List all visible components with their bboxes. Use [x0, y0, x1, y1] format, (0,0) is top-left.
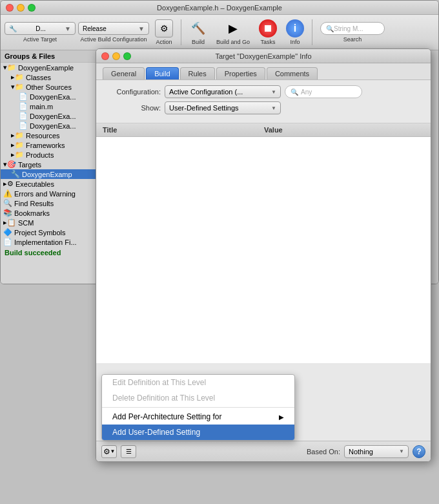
- chevron-down-icon: ▼: [65, 25, 71, 32]
- chevron-down-icon: ▼: [271, 105, 276, 111]
- file-icon: 📄: [19, 102, 28, 110]
- info-maximize-button[interactable]: [123, 52, 131, 60]
- menu-item-label: Add User-Defined Setting: [112, 428, 200, 437]
- search-icon: 🔍: [326, 25, 334, 32]
- menu-separator: [102, 407, 294, 408]
- search-input[interactable]: 🔍 String M...: [320, 22, 385, 35]
- tab-properties[interactable]: Properties: [216, 67, 265, 79]
- config-value: Active Configuration (...: [169, 88, 243, 96]
- based-on-label: Based On:: [307, 448, 340, 456]
- folder-icon: ▸📁: [11, 151, 24, 159]
- folder-icon: ▾📁: [3, 63, 16, 72]
- search-label: Search: [343, 36, 362, 43]
- folder-icon: ▸📁: [11, 141, 24, 149]
- info-close-button[interactable]: [101, 52, 109, 60]
- sidebar-item-project-symbols[interactable]: 🔷 Project Symbols: [1, 227, 97, 237]
- action-button[interactable]: ⚙ Action: [152, 17, 176, 47]
- tab-rules[interactable]: Rules: [180, 67, 215, 79]
- build-config-value: Release: [83, 25, 107, 32]
- tab-general[interactable]: General: [103, 67, 145, 79]
- tab-comments[interactable]: Comments: [267, 67, 318, 79]
- sidebar-item-other-sources[interactable]: ▾📁 Other Sources: [1, 82, 97, 92]
- build-status: Build succeeded: [1, 247, 97, 258]
- search-icon: 🔍: [3, 199, 12, 207]
- config-row: Configuration: Active Configuration (...…: [103, 85, 424, 98]
- settings-gear-button[interactable]: ⚙ ▼: [101, 445, 117, 458]
- sidebar-item-file2[interactable]: 📄 DoxygenExa...: [1, 111, 97, 121]
- tab-build[interactable]: Build: [146, 67, 178, 79]
- sidebar-item-targets[interactable]: ▾🎯 Targets: [1, 160, 97, 169]
- config-area: Configuration: Active Configuration (...…: [96, 80, 431, 123]
- info-minimize-button[interactable]: [112, 52, 120, 60]
- executable-icon: ▸⚙: [3, 180, 14, 188]
- chevron-down-icon: ▼: [399, 448, 404, 454]
- active-target-icon: 🔧: [9, 25, 17, 32]
- table-header-value: Value: [261, 125, 285, 135]
- active-target-value: D...: [36, 25, 46, 32]
- help-button[interactable]: ?: [413, 445, 425, 458]
- show-select[interactable]: User-Defined Settings ▼: [165, 101, 281, 114]
- show-row: Show: User-Defined Settings ▼: [103, 101, 424, 114]
- table-header-title: Title: [100, 125, 261, 135]
- toolbar-divider: [181, 19, 181, 45]
- sidebar-header: Groups & Files: [1, 50, 97, 63]
- file-icon: 📄: [19, 92, 28, 101]
- tabs-bar: General Build Rules Properties Comments: [96, 63, 431, 80]
- minimize-button[interactable]: [17, 4, 25, 12]
- build-button[interactable]: 🔨 Build: [186, 17, 210, 47]
- sidebar-item-file1[interactable]: 📄 DoxygenExa...: [1, 92, 97, 101]
- menu-item-add-user-defined[interactable]: Add User-Defined Setting: [102, 425, 294, 440]
- sidebar-item-products[interactable]: ▸📁 Products: [1, 150, 97, 160]
- sidebar-item-scm[interactable]: ▸📋 SCM: [1, 218, 97, 227]
- config-select[interactable]: Active Configuration (... ▼: [165, 85, 281, 98]
- info-label: Info: [291, 39, 300, 45]
- sidebar-item-main[interactable]: 📄 main.m: [1, 101, 97, 111]
- sidebar-item-executables[interactable]: ▸⚙ Executables: [1, 179, 97, 189]
- sidebar-item-implementation[interactable]: 📄 Implementation Fi...: [1, 237, 97, 247]
- list-view-button[interactable]: ☰: [121, 445, 136, 458]
- info-button[interactable]: i Info: [283, 17, 307, 47]
- action-label: Action: [156, 39, 172, 45]
- sidebar-item-classes[interactable]: ▸📁 Classes: [1, 72, 97, 82]
- help-text: ?: [416, 447, 421, 456]
- tasks-icon: ⏹: [259, 19, 277, 37]
- folder-icon: ▾📁: [11, 83, 24, 91]
- symbols-icon: 🔷: [3, 228, 12, 236]
- menu-item-label: Delete Definition at This Level: [112, 394, 215, 403]
- sidebar-item-find-results[interactable]: 🔍 Find Results: [1, 198, 97, 208]
- build-label: Build: [192, 39, 205, 45]
- sidebar-item-doxygenexample[interactable]: ▾📁 DoxygenExample: [1, 63, 97, 72]
- sidebar-item-file3[interactable]: 📄 DoxygenExa...: [1, 121, 97, 131]
- bottom-bar: ⚙ ▼ ☰ Based On: Nothing ▼ ? Edit Definit…: [96, 441, 431, 461]
- context-menu: Edit Definition at This Level Delete Def…: [101, 374, 295, 441]
- file-icon: 📄: [19, 112, 28, 120]
- menu-item-add-per-arch[interactable]: Add Per-Architecture Setting for ▶: [102, 409, 294, 425]
- build-config-group: Release ▼ Active Build Configuration: [78, 22, 149, 43]
- build-icon: 🔨: [189, 19, 207, 37]
- tasks-button[interactable]: ⏹ Tasks: [256, 17, 280, 47]
- sidebar-item-errors[interactable]: ⚠️ Errors and Warning: [1, 189, 97, 198]
- based-on-select[interactable]: Nothing ▼: [344, 445, 409, 458]
- close-button[interactable]: [6, 4, 14, 12]
- build-config-select[interactable]: Release ▼: [78, 22, 149, 35]
- show-label: Show:: [103, 104, 161, 112]
- build-config-label: Active Build Configuration: [80, 36, 147, 43]
- active-target-select[interactable]: 🔧 D... ▼: [5, 22, 76, 35]
- chevron-down-icon: ▼: [138, 25, 145, 32]
- sidebar-item-bookmarks[interactable]: 📚 Bookmarks: [1, 208, 97, 218]
- menu-item-label: Add Per-Architecture Setting for: [112, 412, 221, 421]
- chevron-down-icon: ▼: [271, 89, 276, 95]
- warning-icon: ⚠️: [3, 189, 12, 198]
- scm-icon: ▸📋: [3, 218, 16, 227]
- filter-search[interactable]: 🔍 Any: [285, 85, 362, 98]
- folder-icon: ▸📁: [11, 131, 24, 140]
- sidebar-item-resources[interactable]: ▸📁 Resources: [1, 131, 97, 140]
- info-traffic-lights: [101, 52, 131, 60]
- based-on-value: Nothing: [349, 448, 373, 456]
- gear-icon: ⚙: [155, 19, 173, 37]
- build-and-go-button[interactable]: ▶ Build and Go: [213, 17, 253, 47]
- sidebar-item-doxygenexample-target[interactable]: 🔧 DoxygenExamp: [1, 169, 97, 179]
- maximize-button[interactable]: [28, 4, 36, 12]
- sidebar-item-frameworks[interactable]: ▸📁 Frameworks: [1, 140, 97, 150]
- gear-icon: ⚙: [103, 447, 110, 456]
